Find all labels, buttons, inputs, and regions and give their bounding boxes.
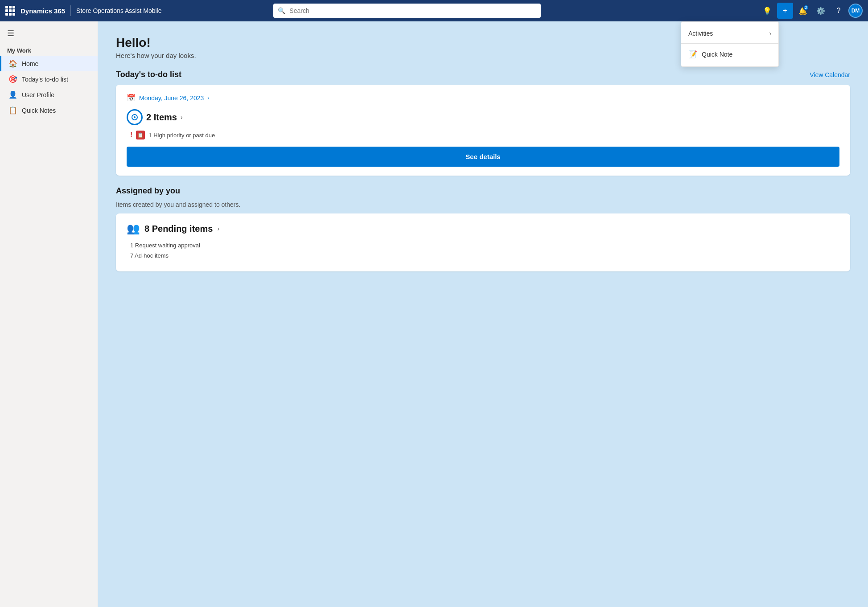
quicknotes-icon: 📋 <box>8 106 17 115</box>
user-avatar[interactable]: DM <box>848 4 863 18</box>
assigned-card: 👥 8 Pending items › 1 Request waiting ap… <box>116 213 850 271</box>
pending-row: 👥 8 Pending items › <box>127 222 839 235</box>
pending-detail-1: 7 Ad-hoc items <box>127 252 839 259</box>
brand-name: Dynamics 365 <box>21 7 65 15</box>
priority-task-icon: 📋 <box>136 131 145 139</box>
items-count-row: 2 Items › <box>127 109 839 125</box>
help-button[interactable]: ? <box>831 3 847 19</box>
activities-menu-item[interactable]: Activities › <box>681 25 778 41</box>
calendar-icon: 📅 <box>127 94 136 102</box>
main-layout: ☰ My Work 🏠 Home 🎯 Today's to-do list 👤 … <box>0 21 868 607</box>
sidebar-section-label: My Work <box>0 44 98 56</box>
sidebar-item-quicknotes-label: Quick Notes <box>22 107 56 114</box>
sidebar-item-home[interactable]: 🏠 Home <box>0 56 98 71</box>
quick-note-menu-item[interactable]: 📝 Quick Note <box>681 45 778 63</box>
app-name: Store Operations Assist Mobile <box>76 7 161 14</box>
todo-section-header: Today's to-do list View Calendar <box>116 70 850 79</box>
priority-exclaim-icon: ! <box>130 131 132 139</box>
date-label: Monday, June 26, 2023 <box>139 94 204 102</box>
view-calendar-link[interactable]: View Calendar <box>810 71 850 78</box>
items-circle-icon <box>127 109 143 125</box>
main-content: Hello! Here's how your day looks. Today'… <box>98 21 868 607</box>
lightbulb-button[interactable]: 💡 <box>759 3 775 19</box>
activities-dropdown: Activities › 📝 Quick Note <box>681 21 779 67</box>
todo-card: 📅 Monday, June 26, 2023 › 2 Items › ! 📋 … <box>116 85 850 176</box>
see-details-button[interactable]: See details <box>127 147 839 167</box>
search-icon: 🔍 <box>278 7 285 14</box>
notification-badge: 2 <box>803 4 809 11</box>
settings-button[interactable]: ⚙️ <box>813 3 829 19</box>
nav-divider <box>70 5 71 16</box>
search-input[interactable] <box>273 4 541 18</box>
items-chevron-icon: › <box>181 114 183 121</box>
quick-note-item-left: 📝 Quick Note <box>688 50 732 58</box>
sidebar-item-profile[interactable]: 👤 User Profile <box>0 87 98 103</box>
nav-actions: 💡 + 🔔 2 ⚙️ ? DM <box>759 3 863 19</box>
sidebar-item-todo[interactable]: 🎯 Today's to-do list <box>0 71 98 87</box>
sidebar-item-quicknotes[interactable]: 📋 Quick Notes <box>0 103 98 118</box>
activities-chevron-icon: › <box>769 30 771 37</box>
hamburger-button[interactable]: ☰ <box>0 25 98 44</box>
todo-section-title: Today's to-do list <box>116 70 181 79</box>
dropdown-divider <box>681 43 778 44</box>
pending-chevron-icon: › <box>217 225 219 232</box>
todo-icon: 🎯 <box>8 75 17 83</box>
pending-count-label: 8 Pending items <box>144 224 213 234</box>
quick-note-icon: 📝 <box>688 50 697 58</box>
sidebar: ☰ My Work 🏠 Home 🎯 Today's to-do list 👤 … <box>0 21 98 607</box>
home-icon: 🏠 <box>8 59 17 68</box>
pending-detail-0: 1 Request waiting approval <box>127 242 839 249</box>
sidebar-item-todo-label: Today's to-do list <box>22 76 68 83</box>
top-navigation: Dynamics 365 Store Operations Assist Mob… <box>0 0 868 21</box>
date-chevron-icon: › <box>207 95 209 101</box>
assigned-title: Assigned by you <box>116 186 180 196</box>
assigned-subtitle: Items created by you and assigned to oth… <box>116 201 850 208</box>
notifications-button[interactable]: 🔔 2 <box>795 3 811 19</box>
pending-people-icon: 👥 <box>127 222 140 235</box>
assigned-section-header: Assigned by you <box>116 186 850 196</box>
search-container: 🔍 <box>273 4 541 18</box>
items-count-label: 2 Items <box>146 112 177 123</box>
sidebar-item-profile-label: User Profile <box>22 91 54 98</box>
waffle-menu[interactable] <box>5 6 15 16</box>
priority-row: ! 📋 1 High priority or past due <box>127 131 839 139</box>
quick-note-label: Quick Note <box>702 51 732 58</box>
svg-point-1 <box>134 116 136 118</box>
activities-item-left: Activities <box>688 30 713 37</box>
activities-label: Activities <box>688 30 713 37</box>
sidebar-item-home-label: Home <box>22 60 38 67</box>
date-row[interactable]: 📅 Monday, June 26, 2023 › <box>127 94 839 102</box>
add-button[interactable]: + <box>777 3 793 19</box>
priority-text: 1 High priority or past due <box>148 132 215 139</box>
profile-icon: 👤 <box>8 90 17 99</box>
